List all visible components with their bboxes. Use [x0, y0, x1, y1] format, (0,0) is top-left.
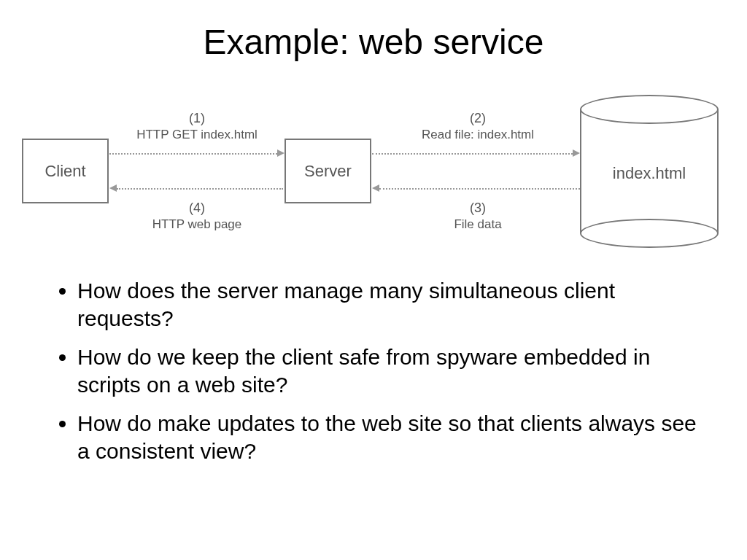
step-2-num: (2)	[387, 111, 569, 126]
cylinder-bottom	[580, 219, 719, 248]
step-4-label: (4) HTTP web page	[117, 201, 277, 232]
step-3-label: (3) File data	[387, 201, 569, 232]
step-1-text: HTTP GET index.html	[136, 128, 258, 141]
step-2-text: Read file: index.html	[422, 128, 534, 141]
arrow-1-line	[109, 153, 277, 155]
step-3-text: File data	[454, 217, 501, 231]
arrow-2-head	[573, 149, 580, 157]
arrow-4-head	[109, 184, 117, 192]
client-box: Client	[22, 139, 109, 203]
arrow-1-head	[277, 149, 285, 157]
client-label: Client	[44, 162, 85, 181]
server-box: Server	[285, 139, 371, 203]
arrow-2-line	[372, 153, 573, 155]
bullet-item: How does the server manage many simultan…	[77, 277, 703, 333]
step-2-label: (2) Read file: index.html	[387, 111, 569, 142]
bullet-list: How does the server manage many simultan…	[51, 277, 703, 475]
file-label: index.html	[580, 164, 719, 183]
bullet-item: How do make updates to the web site so t…	[77, 410, 703, 466]
slide-title: Example: web service	[0, 22, 747, 62]
server-label: Server	[304, 162, 352, 181]
step-1-label: (1) HTTP GET index.html	[117, 111, 277, 142]
cylinder-top	[580, 95, 719, 124]
arrow-4-line	[117, 188, 283, 190]
step-4-num: (4)	[117, 201, 277, 216]
slide: Example: web service Client Server index…	[0, 0, 747, 560]
step-3-num: (3)	[387, 201, 569, 216]
step-4-text: HTTP web page	[152, 217, 242, 231]
web-service-diagram: Client Server index.html (1) HTTP GET in…	[22, 95, 729, 262]
step-1-num: (1)	[117, 111, 277, 126]
arrow-3-head	[372, 184, 379, 192]
arrow-3-line	[379, 188, 580, 190]
file-cylinder: index.html	[580, 95, 719, 248]
bullet-item: How do we keep the client safe from spyw…	[77, 343, 703, 400]
